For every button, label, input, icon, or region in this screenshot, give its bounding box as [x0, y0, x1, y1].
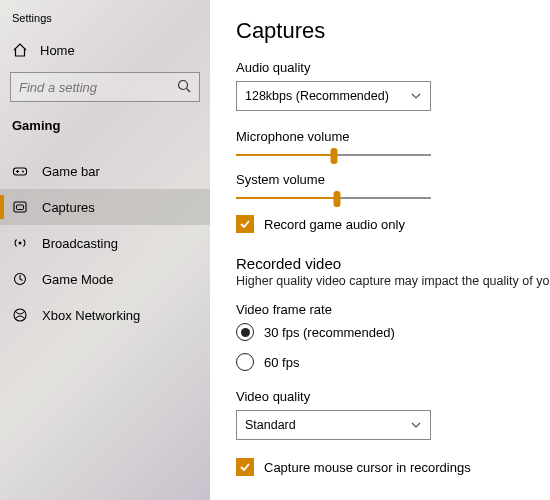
frame-rate-30-label: 30 fps (recommended): [264, 325, 395, 340]
search-input[interactable]: [10, 72, 200, 102]
svg-rect-5: [17, 205, 24, 210]
audio-quality-label: Audio quality: [236, 60, 550, 75]
svg-rect-4: [14, 202, 26, 212]
nav-list: Game bar Captures Broadcasting Game Mode: [0, 143, 210, 333]
sidebar: Settings Home Gaming Game bar: [0, 0, 210, 500]
xbox-icon: [12, 307, 28, 323]
video-quality-value: Standard: [245, 418, 296, 432]
sidebar-item-label: Xbox Networking: [42, 308, 140, 323]
search-box[interactable]: [10, 72, 200, 102]
window-title: Settings: [0, 8, 210, 34]
captures-icon: [12, 199, 28, 215]
sidebar-item-label: Game bar: [42, 164, 100, 179]
mic-volume-slider[interactable]: [236, 154, 431, 156]
video-quality-select[interactable]: Standard: [236, 410, 431, 440]
category-label: Gaming: [0, 114, 210, 143]
chevron-down-icon: [410, 419, 422, 431]
chevron-down-icon: [410, 90, 422, 102]
home-label: Home: [40, 43, 75, 58]
svg-point-8: [14, 309, 26, 321]
capture-cursor-label: Capture mouse cursor in recordings: [264, 460, 471, 475]
sidebar-item-broadcasting[interactable]: Broadcasting: [0, 225, 210, 261]
recorded-video-heading: Recorded video: [236, 255, 550, 272]
sidebar-item-label: Game Mode: [42, 272, 114, 287]
radio-unselected-icon: [236, 353, 254, 371]
svg-point-6: [19, 242, 22, 245]
frame-rate-60-label: 60 fps: [264, 355, 299, 370]
radio-selected-icon: [236, 323, 254, 341]
recorded-video-desc: Higher quality video capture may impact …: [236, 274, 550, 288]
frame-rate-30[interactable]: 30 fps (recommended): [236, 323, 550, 341]
main-panel: Captures Audio quality 128kbps (Recommen…: [210, 0, 550, 500]
svg-point-3: [22, 171, 24, 173]
sys-volume-slider[interactable]: [236, 197, 431, 199]
gamemode-icon: [12, 271, 28, 287]
record-audio-only-checkbox[interactable]: Record game audio only: [236, 215, 550, 233]
sidebar-item-label: Broadcasting: [42, 236, 118, 251]
capture-cursor-checkbox[interactable]: Capture mouse cursor in recordings: [236, 458, 550, 476]
svg-rect-2: [14, 168, 27, 175]
broadcast-icon: [12, 235, 28, 251]
audio-quality-value: 128kbps (Recommended): [245, 89, 389, 103]
page-title: Captures: [236, 18, 550, 44]
gamebar-icon: [12, 163, 28, 179]
sys-volume-label: System volume: [236, 172, 550, 187]
sidebar-item-game-mode[interactable]: Game Mode: [0, 261, 210, 297]
frame-rate-60[interactable]: 60 fps: [236, 353, 550, 371]
checkbox-checked-icon: [236, 458, 254, 476]
audio-quality-select[interactable]: 128kbps (Recommended): [236, 81, 431, 111]
home-icon: [12, 42, 28, 58]
mic-volume-label: Microphone volume: [236, 129, 550, 144]
sidebar-item-label: Captures: [42, 200, 95, 215]
checkbox-checked-icon: [236, 215, 254, 233]
video-quality-label: Video quality: [236, 389, 550, 404]
frame-rate-label: Video frame rate: [236, 302, 550, 317]
record-audio-only-label: Record game audio only: [264, 217, 405, 232]
sidebar-item-game-bar[interactable]: Game bar: [0, 153, 210, 189]
home-nav[interactable]: Home: [0, 34, 210, 66]
sidebar-item-captures[interactable]: Captures: [0, 189, 210, 225]
sidebar-item-xbox-networking[interactable]: Xbox Networking: [0, 297, 210, 333]
